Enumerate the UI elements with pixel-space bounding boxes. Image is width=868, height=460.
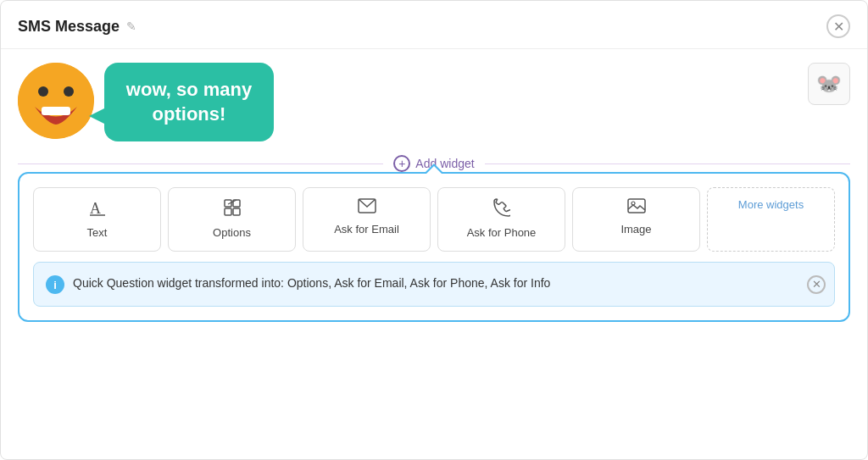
widget-btn-image[interactable]: Image [572,187,700,252]
bubble-text: wow, so many options! [126,79,252,125]
widget-buttons-row: A Text [33,187,835,252]
close-icon: ✕ [833,19,844,35]
add-widget-line-right [485,163,850,164]
add-widget-circle-icon: + [393,155,410,172]
widget-btn-options-label: Options [213,226,251,241]
svg-rect-12 [628,199,645,213]
options-icon [223,198,242,221]
info-close-icon: ✕ [812,278,821,291]
svg-rect-3 [42,107,70,115]
speech-bubble: wow, so many options! [104,63,274,141]
info-icon: i [46,275,64,294]
image-icon [627,198,646,218]
chat-area: wow, so many options! 🐭 [18,63,850,141]
header-left: SMS Message ✎ [18,18,136,36]
widget-btn-options[interactable]: Options [168,187,296,252]
widget-btn-text[interactable]: A Text [33,187,161,252]
svg-point-0 [18,63,94,139]
widget-btn-ask-phone-label: Ask for Phone [467,226,537,241]
info-banner: i Quick Question widget transformed into… [33,262,835,307]
widget-btn-more-label: More widgets [738,198,804,213]
page-container: SMS Message ✎ ✕ [0,0,868,460]
header: SMS Message ✎ ✕ [1,1,867,49]
emoji-face-svg [18,63,94,139]
emoji-avatar [18,63,94,139]
svg-rect-8 [225,208,231,215]
page-title: SMS Message [18,18,120,36]
widget-btn-ask-email[interactable]: Ask for Email [303,187,431,252]
edit-icon[interactable]: ✎ [126,19,136,33]
widget-btn-ask-email-label: Ask for Email [334,223,399,237]
svg-point-2 [64,86,74,97]
svg-rect-9 [233,208,240,215]
widget-btn-image-label: Image [620,223,651,237]
widget-btn-text-label: Text [87,226,108,241]
phone-icon [493,198,510,221]
add-widget-line-left [18,163,383,164]
text-icon: A [88,198,107,221]
info-banner-close-button[interactable]: ✕ [807,275,826,294]
widget-btn-ask-phone[interactable]: Ask for Phone [437,187,565,252]
widget-panel: A Text [18,172,850,322]
svg-text:A: A [90,200,101,217]
close-button[interactable]: ✕ [826,14,850,38]
email-icon [358,198,376,218]
svg-point-1 [38,86,48,97]
avatar-emoji: 🐭 [816,72,842,96]
widget-btn-more[interactable]: More widgets [707,187,835,252]
main-content: wow, so many options! 🐭 + Add widget [1,49,867,335]
info-banner-text: Quick Question widget transformed into: … [73,274,550,292]
avatar-thumbnail[interactable]: 🐭 [808,63,850,105]
